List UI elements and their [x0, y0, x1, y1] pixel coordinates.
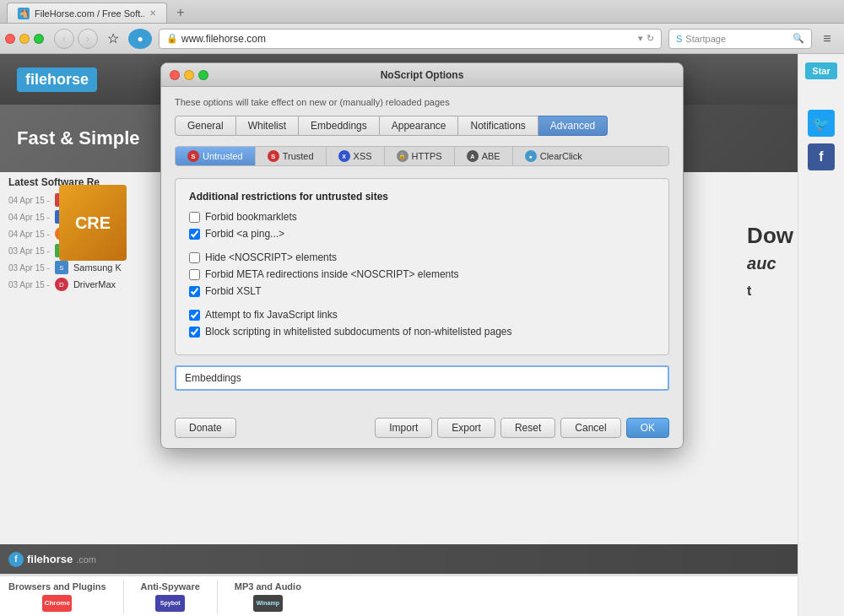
fix-js-links-checkbox[interactable] — [189, 310, 200, 321]
search-placeholder: Startpage — [685, 34, 726, 44]
forbid-xslt-checkbox[interactable] — [189, 286, 200, 297]
forbid-bookmarklets-checkbox[interactable] — [189, 212, 200, 223]
tab-embeddings[interactable]: Embeddings — [299, 116, 380, 136]
section-title: Additional restrictions for untrusted si… — [189, 191, 655, 203]
inner-tab-https[interactable]: 🔒 HTTPS — [385, 147, 455, 165]
maximize-window-button[interactable] — [34, 34, 44, 44]
block-scripting-checkbox[interactable] — [189, 327, 200, 338]
modal-overlay: NoScript Options These options will take… — [0, 54, 844, 616]
tab-close-icon[interactable]: ✕ — [149, 8, 156, 18]
reset-button[interactable]: Reset — [500, 418, 555, 438]
inner-tab-xss[interactable]: X XSS — [327, 147, 385, 165]
noscript-icon: S — [187, 150, 199, 162]
checkbox-hide-noscript: Hide <NOSCRIPT> elements — [189, 251, 655, 263]
modal-traffic-lights — [170, 70, 208, 80]
forbid-meta-checkbox[interactable] — [189, 269, 200, 280]
bookmark-icon[interactable]: ☆ — [101, 29, 125, 49]
modal-body: These options will take effect on new or… — [161, 87, 683, 411]
modal-note: These options will take effect on new or… — [175, 97, 669, 107]
checkbox-forbid-meta: Forbid META redirections inside <NOSCRIP… — [189, 268, 655, 280]
browser-window: 🐴 FileHorse.com / Free Soft... ✕ + ‹ › ☆… — [0, 0, 844, 616]
tab-favicon: 🐴 — [18, 8, 30, 19]
abe-icon: A — [467, 150, 479, 162]
forbid-xslt-label: Forbid XSLT — [205, 285, 261, 297]
fix-js-links-label: Attempt to fix JavaScript links — [205, 309, 338, 321]
modal-close-button[interactable] — [170, 70, 180, 80]
inner-tab-abe[interactable]: A ABE — [455, 147, 513, 165]
modal-title: NoScript Options — [381, 69, 464, 81]
main-tabs-row: General Whitelist Embeddings Appearance … — [175, 116, 669, 136]
inner-tab-trusted[interactable]: S Trusted — [256, 147, 327, 165]
donate-button[interactable]: Donate — [175, 418, 236, 438]
xss-icon: X — [338, 150, 350, 162]
url-display: www.filehorse.com — [181, 33, 266, 45]
checkbox-forbid-xslt: Forbid XSLT — [189, 285, 655, 297]
new-tab-button[interactable]: + — [170, 3, 191, 23]
forbid-ping-checkbox[interactable] — [189, 229, 200, 240]
checkbox-forbid-ping: Forbid <a ping...> — [189, 228, 655, 240]
close-window-button[interactable] — [5, 34, 15, 44]
tab-advanced[interactable]: Advanced — [538, 116, 608, 136]
noscript-options-dialog: NoScript Options These options will take… — [160, 62, 684, 449]
checkbox-fix-js-links: Attempt to fix JavaScript links — [189, 309, 655, 321]
block-scripting-label: Block scripting in whitelisted subdocume… — [205, 326, 512, 338]
forbid-ping-label: Forbid <a ping...> — [205, 228, 284, 240]
import-button[interactable]: Import — [375, 418, 432, 438]
clearclick-icon: ● — [525, 150, 537, 162]
ok-button[interactable]: OK — [626, 418, 669, 438]
tab-appearance[interactable]: Appearance — [380, 116, 459, 136]
inner-tabs-row: S Untrusted S Trusted X XSS 🔒 — [175, 146, 669, 166]
browser-toolbar: ‹ › ☆ ● 🔒 www.filehorse.com ▾ ↻ S Startp… — [0, 24, 844, 54]
tab-label: FileHorse.com / Free Soft... — [35, 8, 144, 19]
browser-icon: ● — [128, 29, 152, 49]
inner-tab-untrusted[interactable]: S Untrusted — [176, 147, 256, 165]
hide-noscript-checkbox[interactable] — [189, 252, 200, 263]
restrictions-box: Additional restrictions for untrusted si… — [175, 178, 669, 355]
cancel-button[interactable]: Cancel — [560, 418, 620, 438]
minimize-window-button[interactable] — [19, 34, 30, 44]
trusted-icon: S — [268, 150, 279, 162]
modal-footer: Donate Import Export Reset Cancel OK — [161, 411, 683, 448]
checkbox-block-scripting: Block scripting in whitelisted subdocume… — [189, 326, 655, 338]
search-bar[interactable]: S Startpage 🔍 — [668, 29, 812, 49]
browser-tab[interactable]: 🐴 FileHorse.com / Free Soft... ✕ — [7, 3, 167, 23]
footer-right-buttons: Import Export Reset Cancel OK — [375, 418, 669, 438]
hide-noscript-label: Hide <NOSCRIPT> elements — [205, 251, 337, 263]
modal-minimize-button[interactable] — [184, 70, 194, 80]
forward-button[interactable]: › — [78, 29, 98, 49]
browser-content: filehorse Fast & Simple Latest Software … — [0, 54, 844, 616]
browser-menu-button[interactable]: ≡ — [815, 29, 839, 49]
address-bar[interactable]: 🔒 www.filehorse.com ▾ ↻ — [159, 29, 662, 49]
footer-left-buttons: Donate — [175, 418, 236, 438]
tab-general[interactable]: General — [175, 116, 236, 136]
export-button[interactable]: Export — [437, 418, 495, 438]
back-button[interactable]: ‹ — [54, 29, 74, 49]
traffic-lights — [5, 34, 44, 44]
forbid-meta-label: Forbid META redirections inside <NOSCRIP… — [205, 268, 459, 280]
tab-bar: 🐴 FileHorse.com / Free Soft... ✕ + — [0, 0, 844, 24]
tab-notifications[interactable]: Notifications — [458, 116, 538, 136]
inner-tab-clearclick[interactable]: ● ClearClick — [513, 147, 594, 165]
tab-whitelist[interactable]: Whitelist — [236, 116, 299, 136]
https-icon: 🔒 — [397, 150, 408, 162]
modal-titlebar: NoScript Options — [161, 63, 683, 87]
embeddings-button[interactable]: Embeddings — [175, 365, 669, 391]
forbid-bookmarklets-label: Forbid bookmarklets — [205, 211, 297, 223]
checkbox-forbid-bookmarklets: Forbid bookmarklets — [189, 211, 655, 223]
modal-maximize-button[interactable] — [198, 70, 208, 80]
